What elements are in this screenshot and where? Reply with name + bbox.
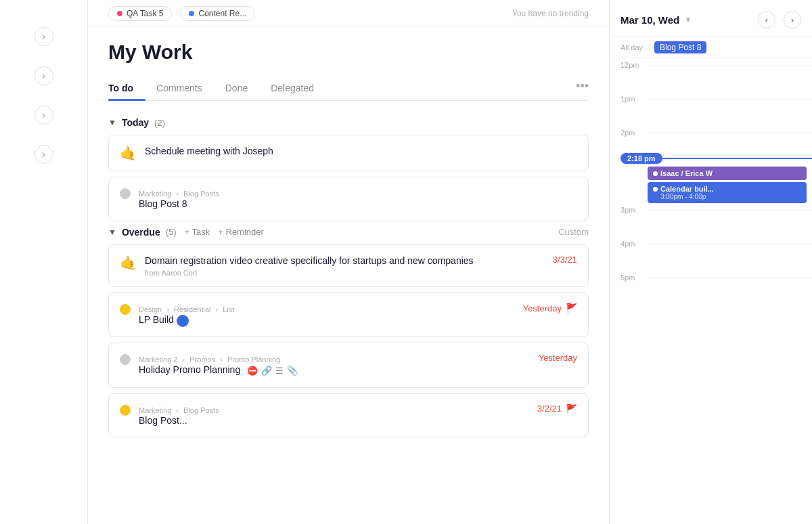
- calendar-time-rows: 12pm 1pm 2pm 2:18 pm: [610, 58, 812, 524]
- page-title: My Work: [108, 41, 589, 64]
- now-indicator: 2:18 pm: [610, 153, 812, 164]
- today-section-count: (2): [154, 118, 165, 128]
- task-content-blog-partial: Marketing › Blog Posts Blog Post...: [139, 403, 529, 428]
- calendar-panel: Mar 10, Wed ▾ ‹ › All day Blog Post 8 12…: [609, 0, 812, 524]
- chip-dot-pink: [117, 11, 122, 16]
- tab-comments[interactable]: Comments: [156, 77, 215, 100]
- task-title-promo: Holiday Promo Planning ⛔ 🔗 ☰ 📎: [139, 364, 531, 377]
- task-checkbox-blog8[interactable]: [120, 188, 131, 199]
- calendar-header: Mar 10, Wed ▾ ‹ ›: [610, 0, 812, 37]
- task-meta-domain: 3/3/21: [553, 255, 577, 265]
- task-from-domain: from Aaron Cort: [145, 269, 545, 277]
- task-title-blog-partial: Blog Post...: [139, 414, 529, 428]
- task-content-promo: Marketing 2 › Promos › Promo Planning Ho…: [139, 353, 531, 377]
- overdue-section-header: ▼ Overdue (5) + Task + Reminder Custom: [108, 227, 589, 238]
- task-card-blog-post-8[interactable]: Marketing › Blog Posts Blog Post 8: [108, 177, 589, 221]
- add-task-button[interactable]: + Task: [185, 227, 210, 237]
- time-row-1pm: 1pm: [610, 92, 812, 126]
- task-date-blog-partial: 3/2/21: [537, 403, 562, 414]
- task-title-lp: LP Build 👤: [139, 313, 515, 327]
- time-row-3pm: 3pm: [610, 203, 812, 237]
- chip-dot-blue: [189, 11, 194, 16]
- tab-todo[interactable]: To do: [108, 77, 145, 100]
- task-card-domain-registration[interactable]: 🤙 Domain registration video creative spe…: [108, 244, 589, 288]
- add-reminder-button[interactable]: + Reminder: [218, 227, 264, 237]
- main-content: QA Task 5 Content Re... You have no tren…: [88, 0, 609, 524]
- task-content-domain: Domain registration video creative speci…: [145, 255, 545, 278]
- overdue-section-title: Overdue: [122, 227, 160, 238]
- task-meta-promo: Yesterday: [539, 353, 577, 363]
- task-card-blog-post-partial[interactable]: Marketing › Blog Posts Blog Post... 3/2/…: [108, 393, 589, 438]
- today-collapse-arrow[interactable]: ▼: [108, 118, 116, 127]
- task-breadcrumb-blog-partial: Marketing › Blog Posts: [139, 406, 529, 414]
- sidebar-chevron-2[interactable]: ›: [35, 66, 53, 85]
- chip-content-label: Content Re...: [198, 9, 246, 18]
- task-breadcrumb-promo: Marketing 2 › Promos › Promo Planning: [139, 355, 531, 364]
- event-dot-cal: [653, 187, 658, 192]
- all-day-event-chip[interactable]: Blog Post 8: [654, 41, 706, 53]
- task-checkbox-lp[interactable]: [120, 304, 131, 315]
- tabs-more-button[interactable]: •••: [576, 79, 589, 99]
- event-calendar-build[interactable]: Calendar buil... 3:00pm - 4:00p: [648, 182, 807, 203]
- today-section-title: Today: [122, 117, 149, 128]
- task-content-1: Schedule meeting with Joseph: [145, 145, 577, 158]
- task-date-promo: Yesterday: [539, 353, 577, 363]
- event-dot-isaac: [653, 171, 658, 176]
- time-row-4pm: 4pm: [610, 237, 812, 271]
- chip-qa-task[interactable]: QA Task 5: [108, 6, 172, 21]
- calendar-dropdown-icon[interactable]: ▾: [686, 15, 690, 24]
- calendar-next-button[interactable]: ›: [784, 11, 801, 28]
- task-flag-lp: 🚩: [566, 303, 577, 313]
- task-emoji-domain: 🤙: [120, 255, 137, 271]
- chip-qa-label: QA Task 5: [127, 9, 163, 18]
- task-title-1: Schedule meeting with Joseph: [145, 145, 577, 158]
- task-title-blog8: Blog Post 8: [139, 198, 577, 211]
- sidebar-chevron-1[interactable]: ›: [35, 27, 53, 46]
- sidebar-chevron-3[interactable]: ›: [35, 106, 53, 125]
- calendar-prev-button[interactable]: ‹: [758, 11, 775, 28]
- event-time-cal: 3:00pm - 4:00p: [653, 193, 801, 200]
- now-line: [662, 158, 812, 159]
- trending-text: You have no trending: [512, 9, 589, 18]
- my-work-area: My Work To do Comments Done Delegated ••…: [88, 27, 609, 524]
- event-isaac[interactable]: Isaac / Erica W: [648, 167, 807, 180]
- time-label-2pm: 2pm: [621, 126, 648, 137]
- today-section-header: ▼ Today (2): [108, 117, 589, 128]
- sidebar: › › › ›: [0, 0, 88, 524]
- task-date-lp: Yesterday: [523, 303, 562, 313]
- task-card-lp-build[interactable]: Design › Residential › List LP Build 👤 Y…: [108, 292, 589, 337]
- overdue-collapse-arrow[interactable]: ▼: [108, 227, 116, 237]
- time-row-2pm-container: 2pm 2:18 pm Isaac / Erica W: [610, 126, 812, 203]
- task-content-lp: Design › Residential › List LP Build 👤: [139, 303, 515, 327]
- tab-delegated[interactable]: Delegated: [271, 77, 326, 100]
- now-time-pill: 2:18 pm: [621, 153, 662, 164]
- tab-done[interactable]: Done: [225, 77, 260, 100]
- lp-avatar: 👤: [177, 315, 189, 327]
- time-row-5pm: 5pm: [610, 271, 812, 305]
- tabs: To do Comments Done Delegated •••: [108, 77, 589, 101]
- task-checkbox-blog-partial[interactable]: [120, 405, 131, 416]
- custom-button[interactable]: Custom: [558, 227, 589, 237]
- event-title-isaac: Isaac / Erica W: [660, 169, 713, 177]
- icon-attach: 📎: [287, 365, 298, 377]
- task-checkbox-promo[interactable]: [120, 354, 131, 365]
- task-emoji-1: 🤙: [120, 145, 137, 161]
- icon-link: 🔗: [261, 365, 272, 377]
- time-label-5pm: 5pm: [621, 271, 648, 282]
- task-card-schedule-meeting[interactable]: 🤙 Schedule meeting with Joseph: [108, 135, 589, 171]
- task-content-2: Marketing › Blog Posts Blog Post 8: [139, 187, 577, 211]
- time-label-1pm: 1pm: [621, 92, 648, 103]
- task-card-holiday-promo[interactable]: Marketing 2 › Promos › Promo Planning Ho…: [108, 343, 589, 387]
- task-meta-lp: Yesterday 🚩: [523, 303, 577, 313]
- task-flag-blog-partial: 🚩: [566, 403, 577, 414]
- overdue-section-count: (5): [166, 227, 177, 237]
- time-label-4pm: 4pm: [621, 237, 648, 248]
- task-title-domain: Domain registration video creative speci…: [145, 255, 545, 268]
- icon-list: ☰: [275, 365, 284, 377]
- calendar-all-day: All day Blog Post 8: [610, 37, 812, 58]
- chip-content-re[interactable]: Content Re...: [180, 6, 255, 21]
- task-meta-blog-partial: 3/2/21 🚩: [537, 403, 577, 414]
- calendar-date-title: Mar 10, Wed: [621, 14, 679, 26]
- sidebar-chevron-4[interactable]: ›: [35, 145, 53, 164]
- icon-stop: ⛔: [247, 365, 258, 377]
